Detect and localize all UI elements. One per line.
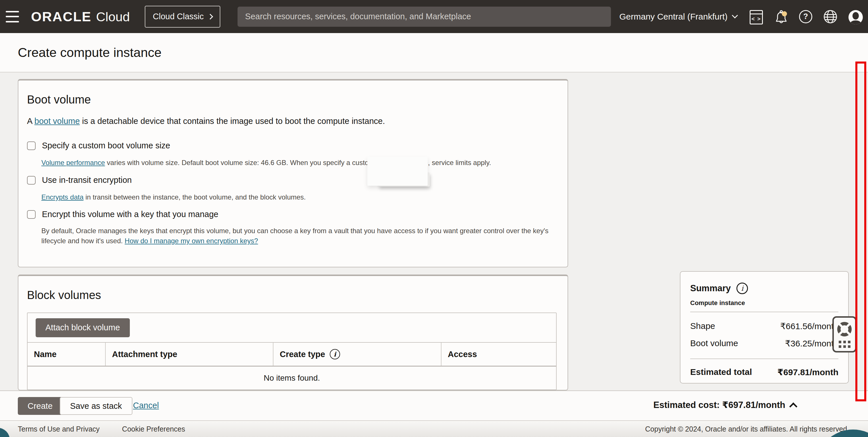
table-header-row: Name Attachment type Create typei Access bbox=[28, 342, 556, 366]
customer-managed-key-checkbox[interactable] bbox=[27, 210, 36, 219]
customer-managed-key-helper: By default, Oracle manages the keys that… bbox=[41, 226, 558, 246]
in-transit-encryption-helper: Encrypts data in transit between the ins… bbox=[41, 192, 306, 202]
bottom-action-bar: Create Save as stack Cancel Estimated co… bbox=[0, 390, 868, 420]
save-as-stack-button[interactable]: Save as stack bbox=[60, 397, 132, 415]
summary-info-icon[interactable]: i bbox=[737, 283, 748, 294]
oracle-cloud-logo[interactable]: ORACLE Cloud bbox=[31, 9, 130, 24]
custom-boot-size-checkbox[interactable] bbox=[27, 141, 36, 150]
support-lifering-icon[interactable] bbox=[836, 321, 853, 338]
volume-performance-link[interactable]: Volume performance bbox=[41, 159, 105, 167]
block-volumes-toolbar: Attach block volume bbox=[28, 313, 556, 342]
scrollbar-highlight-annotation bbox=[855, 61, 866, 401]
boot-volume-section: Boot volume A boot volume is a detachabl… bbox=[18, 79, 568, 267]
brand-oracle: ORACLE bbox=[31, 9, 91, 24]
region-selector[interactable]: Germany Central (Frankfurt) bbox=[619, 12, 737, 22]
apps-grid-icon[interactable] bbox=[839, 341, 850, 348]
create-type-info-icon[interactable]: i bbox=[330, 349, 340, 359]
help-icon[interactable] bbox=[799, 10, 812, 23]
shape-label: Shape bbox=[690, 321, 715, 331]
summary-row-boot-volume: Boot volume ₹36.25/month bbox=[690, 339, 838, 348]
summary-subtitle: Compute instance bbox=[690, 299, 745, 307]
summary-panel: Summary i Compute instance Shape ₹661.56… bbox=[680, 271, 849, 383]
boot-volume-heading: Boot volume bbox=[27, 93, 91, 106]
attach-block-volume-button[interactable]: Attach block volume bbox=[36, 318, 130, 337]
top-navigation-bar: ORACLE Cloud Cloud Classic Germany Centr… bbox=[0, 0, 868, 33]
create-button[interactable]: Create bbox=[18, 397, 62, 415]
chevron-down-icon bbox=[732, 12, 738, 19]
brand-cloud: Cloud bbox=[96, 9, 130, 24]
hamburger-menu-icon[interactable] bbox=[6, 11, 19, 23]
avatar bbox=[848, 10, 863, 24]
page-header: Create compute instance bbox=[0, 33, 868, 72]
cloud-classic-label: Cloud Classic bbox=[153, 12, 204, 21]
notifications-icon[interactable] bbox=[774, 10, 787, 23]
boot-volume-link[interactable]: boot volume bbox=[34, 116, 80, 126]
oci-console-screen: ORACLE Cloud Cloud Classic Germany Centr… bbox=[0, 0, 868, 437]
floating-assistant-widget bbox=[832, 316, 857, 352]
terms-of-use-link[interactable]: Terms of Use and Privacy bbox=[18, 425, 100, 433]
chevron-right-icon bbox=[207, 14, 213, 20]
estimated-total-label: Estimated total bbox=[690, 367, 752, 377]
column-header-create-type: Create typei bbox=[273, 343, 441, 366]
estimated-cost-text: Estimated cost: ₹697.81/month bbox=[653, 400, 785, 410]
copyright-text: Copyright © 2024, Oracle and/or its affi… bbox=[645, 425, 849, 433]
estimated-total-value: ₹697.81/month bbox=[777, 367, 838, 377]
column-header-name: Name bbox=[28, 343, 106, 366]
column-header-attachment-type: Attachment type bbox=[106, 343, 273, 366]
custom-boot-size-row: Specify a custom boot volume size bbox=[27, 141, 170, 150]
language-icon[interactable] bbox=[824, 10, 837, 23]
estimated-cost: Estimated cost: ₹697.81/month bbox=[653, 400, 796, 410]
encrypts-data-link[interactable]: Encrypts data bbox=[41, 193, 84, 201]
in-transit-encryption-label: Use in-transit encryption bbox=[42, 175, 132, 185]
cloud-classic-button[interactable]: Cloud Classic bbox=[145, 6, 220, 28]
profile-icon[interactable] bbox=[848, 10, 862, 23]
column-header-access: Access bbox=[441, 343, 556, 366]
block-volumes-section: Block volumes Attach block volume Name A… bbox=[18, 274, 568, 390]
empty-table-message: No items found. bbox=[28, 366, 556, 391]
boot-volume-intro: A boot volume is a detachable device tha… bbox=[27, 116, 385, 126]
block-volumes-table: Attach block volume Name Attachment type… bbox=[27, 313, 557, 391]
boot-volume-value: ₹36.25/month bbox=[785, 339, 838, 348]
boot-volume-label: Boot volume bbox=[690, 339, 738, 348]
in-transit-encryption-checkbox[interactable] bbox=[27, 176, 36, 184]
summary-divider bbox=[690, 358, 838, 359]
search-input[interactable] bbox=[238, 7, 611, 27]
region-label: Germany Central (Frankfurt) bbox=[619, 12, 727, 22]
console-icon[interactable] bbox=[750, 10, 763, 23]
cookie-preferences-link[interactable]: Cookie Preferences bbox=[122, 425, 185, 433]
customer-managed-key-label: Encrypt this volume with a key that you … bbox=[42, 210, 218, 219]
page-footer: Terms of Use and Privacy Cookie Preferen… bbox=[0, 420, 868, 437]
summary-title: Summary bbox=[690, 283, 731, 294]
manage-encryption-keys-link[interactable]: How do I manage my own encryption keys? bbox=[125, 237, 258, 245]
chevron-up-icon[interactable] bbox=[789, 402, 797, 410]
summary-row-total: Estimated total ₹697.81/month bbox=[690, 367, 838, 377]
cancel-link[interactable]: Cancel bbox=[133, 401, 159, 410]
summary-divider bbox=[690, 312, 838, 312]
white-overlay-box bbox=[367, 157, 428, 186]
summary-row-shape: Shape ₹661.56/month bbox=[690, 321, 838, 331]
top-icons bbox=[750, 10, 868, 23]
custom-boot-size-label: Specify a custom boot volume size bbox=[42, 141, 170, 150]
in-transit-encryption-row: Use in-transit encryption bbox=[27, 175, 132, 185]
customer-managed-key-row: Encrypt this volume with a key that you … bbox=[27, 210, 218, 219]
block-volumes-heading: Block volumes bbox=[27, 289, 101, 301]
page-title: Create compute instance bbox=[18, 45, 161, 60]
shape-value: ₹661.56/month bbox=[780, 321, 838, 331]
